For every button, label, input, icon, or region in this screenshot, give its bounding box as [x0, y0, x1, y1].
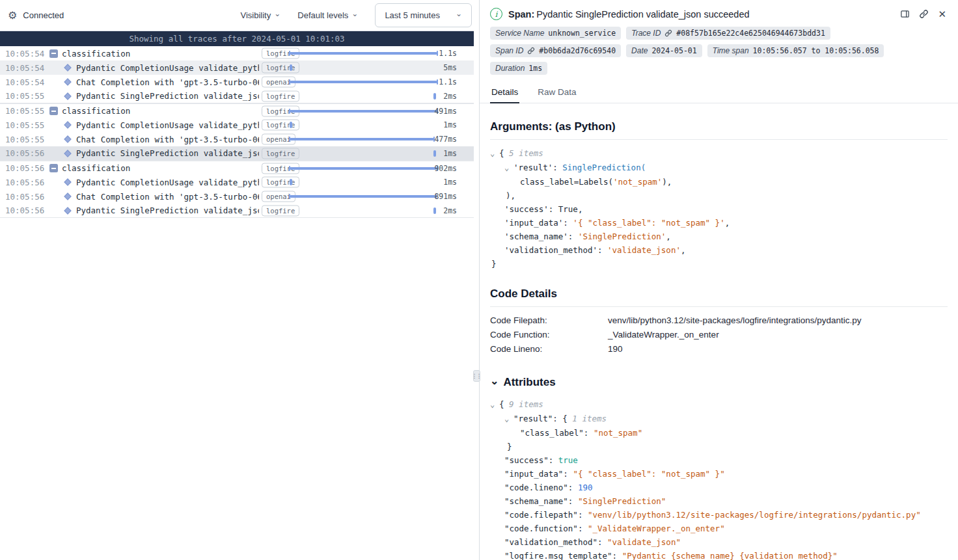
duration-bar [290, 81, 437, 83]
duration-bar-track [290, 206, 437, 215]
trace-row[interactable]: 10:05:54classificationlogfire1.1s [0, 46, 474, 60]
time-range-dropdown[interactable]: Last 5 minutes ⌄ [375, 3, 472, 27]
code-token: 'not_spam' [613, 177, 662, 187]
span-header: i Span:Pydantic SinglePrediction validat… [480, 0, 958, 25]
code-line: "class_label": "not_spam" [490, 426, 948, 440]
trace-row[interactable]: 10:05:54Chat Completion with 'gpt-3.5-tu… [0, 75, 474, 89]
tab-details[interactable]: Details [490, 83, 519, 103]
trace-row[interactable]: 10:05:56classificationlogfire902ms [0, 161, 474, 175]
collapse-chevron-icon[interactable]: ⌄ [490, 376, 499, 386]
span-diamond-icon [64, 193, 71, 200]
trace-row[interactable]: 10:05:55classificationlogfire491ms [0, 103, 474, 118]
span-badge: Date2024-05-01 [626, 44, 702, 57]
trace-row[interactable]: 10:05:56Chat Completion with 'gpt-3.5-tu… [0, 189, 474, 204]
code-line: "code.filepath": "venv/lib/python3.12/si… [490, 508, 948, 522]
trace-duration: 491ms [434, 107, 457, 116]
trace-row[interactable]: 10:05:55Chat Completion with 'gpt-3.5-tu… [0, 132, 474, 146]
span-diamond-icon [64, 178, 71, 185]
code-token: "input_data" [504, 469, 563, 479]
collapse-chevron-icon[interactable]: ⌄ [504, 412, 513, 426]
code-token: "validation_method" [504, 537, 597, 547]
duration-bar [290, 64, 292, 71]
time-range-label: Last 5 minutes [385, 10, 440, 20]
badge-label: Service Name [495, 29, 544, 38]
collapse-chevron-icon[interactable]: ⌄ [490, 147, 499, 161]
code-line: 'schema_name': 'SinglePrediction', [490, 230, 948, 243]
code-token: true [558, 455, 578, 465]
trace-row[interactable]: 10:05:56Pydantic SinglePrediction valida… [0, 204, 474, 218]
collapse-chevron-icon[interactable]: ⌄ [490, 398, 499, 412]
span-diamond-icon [64, 121, 71, 128]
trace-row-main: 10:05:54Chat Completion with 'gpt-3.5-tu… [0, 75, 259, 89]
code-token: "code.function" [504, 524, 578, 533]
code-token: "_ValidateWrapper._on_enter" [588, 524, 725, 533]
trace-duration: 1ms [443, 120, 457, 129]
panel-resizer[interactable]: ⋮⋮ [474, 0, 480, 560]
chevron-down-icon: ⌄ [456, 10, 462, 18]
trace-name: Pydantic CompletionUsage validate_python [76, 178, 259, 187]
span-badge[interactable]: Span ID#b0b6da2d76c69540 [490, 44, 621, 57]
collapse-toggle-icon[interactable] [49, 107, 58, 115]
trace-row-main: 10:05:55Pydantic SinglePrediction valida… [0, 89, 259, 103]
code-token: : [549, 455, 558, 465]
chevron-down-icon: ⌄ [351, 10, 358, 18]
trace-duration: 1ms [443, 149, 457, 158]
trace-list: 10:05:54classificationlogfire1.1s10:05:5… [0, 46, 474, 560]
resizer-grip-icon[interactable]: ⋮⋮ [473, 370, 480, 382]
trace-row[interactable]: 10:05:55Pydantic SinglePrediction valida… [0, 89, 474, 103]
span-diamond-icon [64, 135, 71, 142]
span-badge[interactable]: Trace ID#08f57b165e22c4e625046944673bdd3… [626, 27, 830, 40]
code-token: "result" [513, 414, 553, 423]
code-detail-label: Code Function: [490, 328, 608, 342]
trace-row-main: 10:05:56Pydantic SinglePrediction valida… [0, 204, 259, 217]
code-line: "schema_name": "SinglePrediction" [490, 494, 948, 508]
collapse-chevron-icon[interactable]: ⌄ [504, 161, 513, 175]
trace-name: Chat Completion with 'gpt-3.5-turbo-061 [76, 77, 259, 87]
visibility-dropdown[interactable]: Visibility ⌄ [241, 10, 281, 20]
code-line: } [490, 257, 948, 271]
code-line: ⌄{ 9 items [490, 397, 948, 412]
code-detail-row: Code Function:_ValidateWrapper._on_enter [490, 328, 948, 342]
duration-bar [433, 150, 436, 157]
code-token: "code.filepath" [504, 510, 578, 520]
trace-duration: 5ms [443, 63, 457, 72]
code-line: 'validation_method': 'validate_json', [490, 243, 948, 257]
settings-gear-icon[interactable]: ⚙ [8, 10, 17, 21]
code-token: , [666, 232, 671, 241]
code-token: 190 [578, 483, 593, 492]
close-icon[interactable]: ✕ [938, 8, 946, 20]
code-token: : [578, 510, 588, 520]
trace-timestamp: 10:05:56 [5, 206, 46, 215]
trace-timestamp: 10:05:55 [5, 106, 46, 116]
trace-name: Pydantic SinglePrediction validate_json [76, 91, 259, 101]
default-levels-dropdown[interactable]: Default levels ⌄ [297, 10, 358, 20]
trace-row[interactable]: 10:05:55Pydantic CompletionUsage validat… [0, 118, 474, 132]
collapse-toggle-icon[interactable] [49, 164, 58, 172]
code-token: "{ "class_label": "not_spam" }" [573, 469, 724, 479]
trace-timestamp: 10:05:55 [5, 120, 46, 130]
code-token: 'input_data': [504, 218, 573, 228]
span-diamond-icon [64, 150, 71, 157]
code-token: } [491, 259, 497, 269]
traces-panel: ⚙ Connected Visibility ⌄ Default levels … [0, 0, 474, 560]
trace-row[interactable]: 10:05:54Pydantic CompletionUsage validat… [0, 60, 474, 75]
code-line: ⌄{ 5 items [490, 146, 948, 161]
permalink-icon[interactable] [919, 9, 929, 19]
code-token: "class_label" [520, 428, 584, 438]
traces-header: ⚙ Connected Visibility ⌄ Default levels … [0, 0, 474, 31]
dock-panel-icon[interactable] [900, 9, 910, 19]
duration-bar-track [290, 92, 437, 101]
trace-row[interactable]: 10:05:56Pydantic SinglePrediction valida… [0, 146, 474, 161]
arguments-code-block: ⌄{ 5 items⌄'result': SinglePrediction(cl… [490, 146, 948, 271]
trace-duration: 2ms [443, 92, 457, 101]
trace-row[interactable]: 10:05:56Pydantic CompletionUsage validat… [0, 175, 474, 189]
code-detail-value: _ValidateWrapper._on_enter [608, 328, 719, 342]
code-line: class_label=Labels('not_spam'), [490, 175, 948, 189]
duration-bar [433, 93, 436, 100]
code-line: "code.lineno": 190 [490, 481, 948, 494]
collapse-toggle-icon[interactable] [49, 49, 58, 58]
trace-timestamp: 10:05:54 [5, 63, 46, 73]
code-token: { [562, 414, 572, 423]
trace-duration: 1ms [443, 178, 457, 187]
tab-raw-data[interactable]: Raw Data [536, 83, 577, 103]
